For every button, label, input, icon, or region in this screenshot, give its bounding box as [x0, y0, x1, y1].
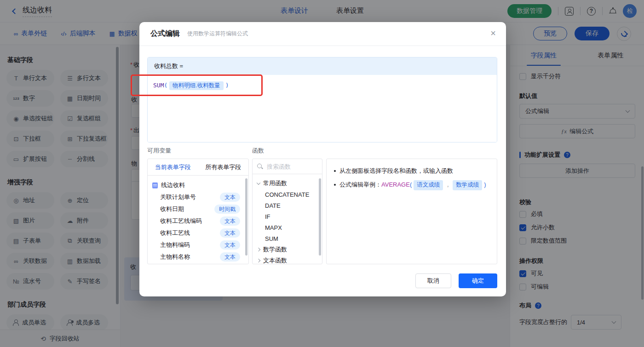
chevron-down-icon [257, 181, 260, 184]
tree-field-row[interactable]: 主物料编码文本 [148, 239, 248, 251]
function-item[interactable]: CONCATENATE [253, 189, 322, 200]
function-item-label: SUM [265, 235, 278, 242]
formula-edit-dialog: 公式编辑 使用数学运算符编辑公式 × 收料总数 = SUM(物料明细.收料数量)… [139, 22, 506, 296]
function-group-label: 数学函数 [263, 245, 287, 254]
field-type-badge: 文本 [220, 216, 240, 226]
example-field-chip: 数学成绩 [453, 180, 482, 190]
tip-text: 从左侧面板选择字段名和函数，或输入函数 [339, 167, 453, 174]
function-item-label: CONCATENATE [265, 191, 309, 198]
variables-scrollbar[interactable] [245, 178, 247, 256]
function-item-label: MAPX [265, 224, 282, 231]
comma: ， [445, 181, 451, 188]
tip-text: 公式编辑举例： [339, 181, 381, 188]
tree-field-row[interactable]: 主物料名称文本 [148, 251, 248, 263]
function-item[interactable]: SUM [253, 233, 322, 244]
formula-input-area[interactable]: SUM(物料明细.收料数量) [148, 75, 497, 142]
function-group-label: 文本函数 [263, 256, 287, 264]
function-search[interactable] [253, 159, 322, 174]
tree-root-form[interactable]: 线边收料 [148, 179, 248, 191]
cancel-button[interactable]: 取消 [415, 273, 451, 288]
functions-scrollbar[interactable] [319, 178, 321, 256]
function-name: SUM [153, 82, 164, 89]
dialog-title: 公式编辑 [150, 29, 180, 39]
field-type-badge: 时间戳 [214, 205, 240, 214]
function-item[interactable]: IF [253, 211, 322, 222]
function-item[interactable]: DATE [253, 200, 322, 211]
field-name: 收料日期 [160, 205, 184, 213]
chevron-right-icon [257, 259, 260, 262]
formula-target: 收料总数 = [148, 57, 497, 75]
field-name: 主物料编码 [160, 241, 190, 249]
function-group-text[interactable]: 文本函数 [253, 255, 322, 264]
field-type-badge: 文本 [220, 240, 240, 250]
function-item-label: IF [265, 213, 270, 220]
example-function-name: AVERAGE [381, 181, 410, 188]
tree-field-row[interactable]: 收料工艺线文本 [148, 227, 248, 239]
formula-editor: 收料总数 = SUM(物料明细.收料数量) [147, 57, 497, 142]
function-item[interactable]: MAPX [253, 222, 322, 233]
app-root: 线边收料 表单设计 表单设置 数据管理 ? 检 ∞ 表单外链 ‹/› 后端脚本 … [0, 0, 644, 347]
open-paren: ( [164, 82, 167, 89]
field-type-badge: 文本 [220, 228, 240, 238]
field-name: 主物料名称 [160, 253, 190, 261]
tree-field-row[interactable]: 收料工艺线编码文本 [148, 215, 248, 227]
open-paren: ( [410, 181, 412, 188]
tab-all-form-fields[interactable]: 所有表单字段 [198, 163, 249, 171]
tips-pane: 从左侧面板选择字段名和函数，或输入函数 公式编辑举例：AVERAGE(语文成绩，… [326, 159, 497, 264]
search-input[interactable] [267, 163, 313, 170]
field-name: 收料工艺线编码 [160, 217, 202, 225]
close-icon[interactable]: × [490, 28, 496, 38]
tree-field-row[interactable]: 关联计划单号文本 [148, 191, 248, 203]
tree-field-row[interactable]: 收料日期时间戳 [148, 203, 248, 215]
variables-tabs: 当前表单字段 所有表单字段 [148, 159, 248, 176]
tab-current-form-fields[interactable]: 当前表单字段 [148, 163, 198, 171]
functions-pane-label: 函数 [252, 147, 264, 155]
variables-pane-label: 可用变量 [147, 147, 171, 155]
field-type-badge: 文本 [220, 193, 240, 202]
dialog-header: 公式编辑 使用数学运算符编辑公式 × [139, 22, 506, 46]
search-icon [257, 164, 263, 170]
field-name: 收料工艺线 [160, 229, 190, 237]
variables-pane: 当前表单字段 所有表单字段 线边收料 关联计划单号文本 收料日期时间戳 收料工艺… [147, 159, 249, 264]
confirm-button[interactable]: 确定 [459, 273, 497, 288]
tip-line-1: 从左侧面板选择字段名和函数，或输入函数 [333, 166, 490, 176]
function-group-math[interactable]: 数学函数 [253, 244, 322, 255]
field-chip[interactable]: 物料明细.收料数量 [169, 81, 223, 90]
field-name: 关联计划单号 [160, 193, 196, 201]
function-group-common[interactable]: 常用函数 [253, 178, 322, 189]
example-field-chip: 语文成绩 [414, 180, 443, 190]
tree-root-label: 线边收料 [161, 181, 185, 189]
tip-line-2: 公式编辑举例：AVERAGE(语文成绩，数学成绩) [333, 180, 490, 190]
functions-pane: 常用函数 CONCATENATE DATE IF MAPX SUM 数学函数 文… [252, 159, 322, 264]
close-paren: ) [225, 82, 229, 89]
function-group-label: 常用函数 [263, 179, 287, 188]
field-type-badge: 文本 [220, 252, 240, 262]
form-doc-icon [152, 182, 158, 188]
chevron-right-icon [257, 248, 260, 251]
close-paren: ) [484, 181, 486, 188]
dialog-subtitle: 使用数学运算符编辑公式 [187, 30, 248, 38]
function-item-label: DATE [265, 202, 281, 209]
dialog-footer: 取消 确定 [139, 273, 497, 288]
